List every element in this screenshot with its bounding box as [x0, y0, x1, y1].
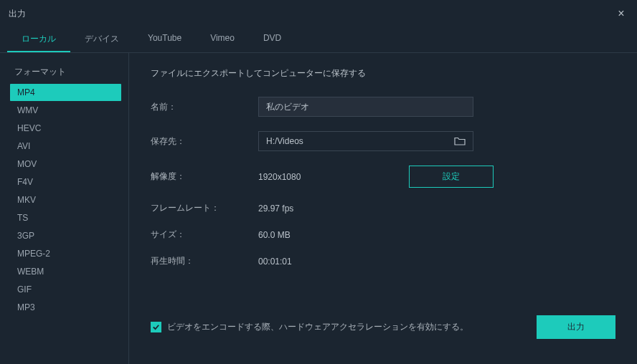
duration-value: 00:01:01 [258, 257, 292, 267]
format-wmv[interactable]: WMV [10, 102, 121, 119]
save-to-label: 保存先： [151, 135, 258, 148]
tabs: ローカル デバイス YouTube Vimeo DVD [0, 27, 637, 53]
format-mp4[interactable]: MP4 [10, 84, 121, 101]
format-f4v[interactable]: F4V [10, 173, 121, 191]
framerate-value: 29.97 fps [258, 203, 293, 214]
export-button[interactable]: 出力 [537, 315, 615, 339]
tab-local[interactable]: ローカル [7, 27, 70, 52]
tab-vimeo[interactable]: Vimeo [196, 27, 249, 52]
format-3gp[interactable]: 3GP [10, 227, 121, 244]
format-hevc[interactable]: HEVC [10, 120, 121, 137]
save-to-input[interactable]: H:/Videos [258, 131, 473, 151]
duration-label: 再生時間： [151, 255, 258, 267]
check-icon [152, 323, 160, 331]
name-input[interactable] [258, 97, 473, 117]
name-label: 名前： [151, 101, 258, 113]
hwaccel-checkbox[interactable] [151, 322, 161, 332]
settings-button[interactable]: 設定 [409, 166, 494, 188]
format-gif[interactable]: GIF [10, 281, 121, 298]
main-heading: ファイルにエクスポートしてコンピューターに保存する [151, 67, 615, 80]
folder-icon[interactable] [454, 136, 466, 146]
format-mp3[interactable]: MP3 [10, 299, 121, 316]
close-icon[interactable]: × [614, 7, 628, 20]
save-to-value: H:/Videos [266, 136, 303, 146]
tab-dvd[interactable]: DVD [249, 27, 296, 52]
sidebar-title: フォーマット [10, 66, 121, 84]
format-ts[interactable]: TS [10, 209, 121, 226]
size-label: サイズ： [151, 229, 258, 241]
format-webm[interactable]: WEBM [10, 263, 121, 280]
size-value: 60.0 MB [258, 230, 291, 240]
titlebar: 出力 × [0, 0, 637, 27]
hwaccel-label: ビデオをエンコードする際、ハードウェアアクセラレーションを有効にする。 [167, 321, 468, 333]
main-panel: ファイルにエクスポートしてコンピューターに保存する 名前： 保存先： H:/Vi… [129, 53, 637, 364]
tab-youtube[interactable]: YouTube [133, 27, 196, 52]
format-avi[interactable]: AVI [10, 138, 121, 155]
sidebar: フォーマット MP4 WMV HEVC AVI MOV F4V MKV TS 3… [0, 53, 129, 364]
format-list: MP4 WMV HEVC AVI MOV F4V MKV TS 3GP MPEG… [10, 84, 121, 317]
window-title: 出力 [9, 8, 26, 20]
format-mkv[interactable]: MKV [10, 191, 121, 209]
resolution-label: 解像度： [151, 171, 258, 183]
framerate-label: フレームレート： [151, 202, 258, 214]
format-mpeg2[interactable]: MPEG-2 [10, 245, 121, 262]
tab-device[interactable]: デバイス [70, 27, 133, 52]
resolution-value: 1920x1080 [258, 172, 387, 182]
format-mov[interactable]: MOV [10, 155, 121, 173]
